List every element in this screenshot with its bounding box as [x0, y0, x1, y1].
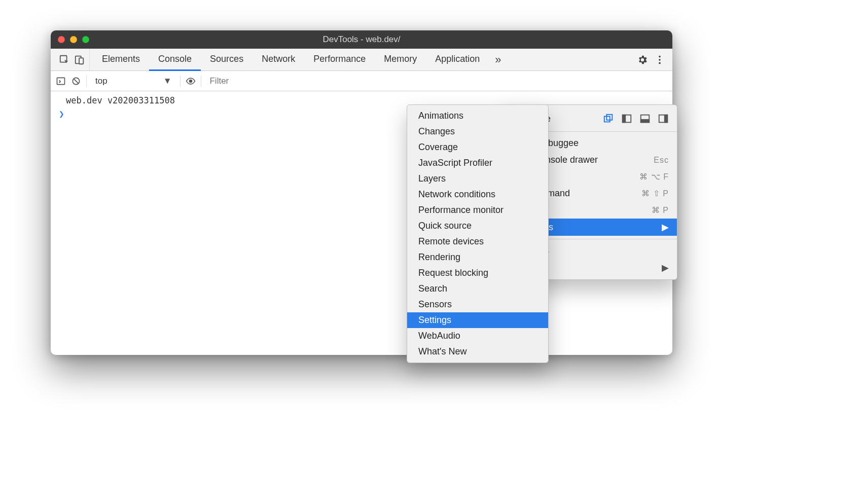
tab-console[interactable]: Console [149, 49, 201, 71]
submenu-item-layers[interactable]: Layers [407, 171, 548, 187]
submenu-item-changes[interactable]: Changes [407, 124, 548, 139]
submenu-item-coverage[interactable]: Coverage [407, 139, 548, 155]
dock-undock-icon[interactable] [603, 113, 614, 124]
tabs-overflow-button[interactable]: » [489, 49, 507, 70]
live-expression-eye-icon[interactable] [186, 76, 196, 86]
console-filter-input[interactable] [206, 74, 348, 88]
submenu-item-javascript-profiler[interactable]: JavaScript Profiler [407, 155, 548, 171]
submenu-item-remote-devices[interactable]: Remote devices [407, 234, 548, 249]
svg-point-4 [659, 59, 661, 61]
submenu-item-request-blocking[interactable]: Request blocking [407, 265, 548, 281]
chevron-down-icon: ▼ [163, 76, 172, 86]
submenu-item-performance-monitor[interactable]: Performance monitor [407, 202, 548, 218]
submenu-arrow-icon: ▶ [662, 222, 669, 233]
zoom-window-button[interactable] [82, 36, 89, 43]
submenu-item-rendering[interactable]: Rendering [407, 249, 548, 265]
svg-point-3 [659, 55, 661, 57]
svg-point-8 [190, 80, 192, 82]
tab-sources[interactable]: Sources [201, 49, 253, 71]
tab-elements[interactable]: Elements [93, 49, 149, 71]
tab-memory[interactable]: Memory [375, 49, 426, 71]
main-menu-kebab-icon[interactable] [654, 54, 665, 65]
traffic-lights [58, 36, 89, 43]
svg-point-5 [659, 62, 661, 64]
more-tools-submenu: AnimationsChangesCoverageJavaScript Prof… [407, 104, 549, 363]
execution-context-selector[interactable]: top ▼ [92, 74, 175, 88]
context-label: top [95, 76, 107, 86]
close-window-button[interactable] [58, 36, 65, 43]
submenu-item-settings[interactable]: Settings [407, 312, 548, 328]
devtools-window: DevTools - web.dev/ ElementsCons [51, 30, 672, 355]
svg-rect-14 [641, 120, 650, 123]
submenu-item-search[interactable]: Search [407, 281, 548, 297]
tab-application[interactable]: Application [426, 49, 489, 71]
submenu-item-animations[interactable]: Animations [407, 108, 548, 124]
submenu-item-quick-source[interactable]: Quick source [407, 218, 548, 234]
tab-network[interactable]: Network [253, 49, 304, 71]
console-toolbar: top ▼ [51, 71, 672, 91]
svg-rect-12 [623, 115, 626, 123]
window-title: DevTools - web.dev/ [51, 34, 672, 45]
submenu-arrow-icon: ▶ [662, 262, 669, 273]
svg-rect-16 [665, 115, 668, 123]
svg-rect-2 [79, 58, 83, 64]
submenu-item-webaudio[interactable]: WebAudio [407, 328, 548, 344]
dock-left-icon[interactable] [621, 113, 632, 124]
minimize-window-button[interactable] [70, 36, 77, 43]
dock-bottom-icon[interactable] [639, 113, 651, 124]
panel-tabstrip: ElementsConsoleSourcesNetworkPerformance… [51, 49, 672, 71]
titlebar: DevTools - web.dev/ [51, 30, 672, 49]
svg-rect-6 [57, 78, 65, 84]
submenu-item-network-conditions[interactable]: Network conditions [407, 187, 548, 202]
inspect-element-icon[interactable] [59, 54, 70, 65]
submenu-item-sensors[interactable]: Sensors [407, 297, 548, 312]
submenu-item-what-s-new[interactable]: What's New [407, 344, 548, 359]
tab-performance[interactable]: Performance [304, 49, 375, 71]
settings-gear-icon[interactable] [637, 54, 648, 65]
toggle-device-toolbar-icon[interactable] [74, 54, 85, 65]
dock-right-icon[interactable] [658, 113, 669, 124]
clear-console-icon[interactable] [71, 76, 81, 86]
console-sidebar-toggle-icon[interactable] [56, 76, 66, 86]
